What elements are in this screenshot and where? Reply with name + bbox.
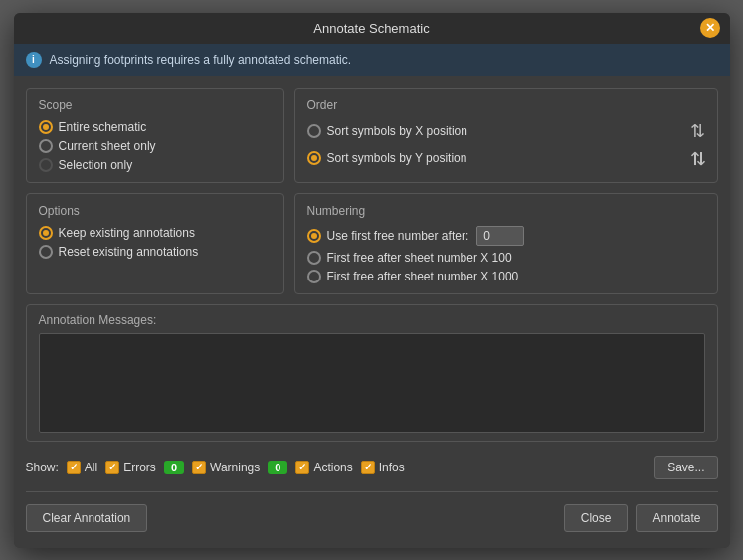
sheet-x1000[interactable]: First free after sheet number X 1000: [307, 270, 705, 283]
options-title: Options: [39, 204, 272, 218]
dialog-title: Annotate Schematic: [313, 21, 429, 36]
dialog-content: Scope Entire schematic Current sheet onl…: [14, 76, 730, 548]
order-y-radio[interactable]: [307, 151, 321, 165]
close-dialog-button[interactable]: Close: [564, 504, 629, 532]
numbering-panel: Numbering Use first free number after: F…: [294, 193, 718, 294]
first-free-radio[interactable]: [307, 229, 321, 243]
errors-checkbox[interactable]: [105, 461, 119, 474]
options-radio-group: Keep existing annotations Reset existing…: [39, 226, 272, 259]
scope-entire[interactable]: Entire schematic: [39, 120, 272, 134]
warnings-checkbox[interactable]: [192, 461, 206, 474]
info-text: Assigning footprints requires a fully an…: [50, 53, 352, 67]
scope-title: Scope: [39, 98, 272, 112]
reset-radio[interactable]: [39, 245, 53, 259]
reset-annotations[interactable]: Reset existing annotations: [39, 245, 272, 259]
order-x-icon: ⇅: [690, 120, 705, 142]
bottom-bar: Clear Annotation Close Annotate: [26, 498, 718, 536]
warnings-count: 0: [268, 461, 287, 474]
order-x-radio[interactable]: [307, 124, 321, 138]
annotate-button[interactable]: Annotate: [636, 504, 717, 532]
sheet-x100[interactable]: First free after sheet number X 100: [307, 251, 705, 265]
x100-radio[interactable]: [307, 251, 321, 265]
show-actions[interactable]: Actions: [295, 461, 352, 474]
messages-title: Annotation Messages:: [39, 313, 705, 327]
scope-selection-radio[interactable]: [39, 158, 53, 172]
scope-entire-radio[interactable]: [39, 120, 53, 134]
show-label: Show:: [26, 461, 59, 474]
top-panels: Scope Entire schematic Current sheet onl…: [26, 88, 718, 183]
messages-area[interactable]: [39, 333, 705, 433]
order-x[interactable]: Sort symbols by X position: [307, 124, 467, 138]
show-warnings[interactable]: Warnings: [192, 461, 260, 474]
right-buttons: Close Annotate: [564, 504, 718, 532]
x1000-radio[interactable]: [307, 270, 321, 283]
divider: [26, 491, 718, 492]
close-button[interactable]: ✕: [700, 18, 720, 38]
scope-selection[interactable]: Selection only: [39, 158, 272, 172]
infos-checkbox[interactable]: [361, 461, 375, 474]
scope-radio-group: Entire schematic Current sheet only Sele…: [39, 120, 272, 172]
bottom-panels: Options Keep existing annotations Reset …: [26, 193, 718, 294]
info-icon: i: [26, 52, 42, 68]
info-bar: i Assigning footprints requires a fully …: [14, 44, 730, 76]
show-all[interactable]: All: [67, 461, 97, 474]
annotate-schematic-dialog: Annotate Schematic ✕ i Assigning footpri…: [14, 13, 730, 548]
order-panel: Order Sort symbols by X position ⇅ Sort …: [294, 88, 718, 183]
scope-panel: Scope Entire schematic Current sheet onl…: [26, 88, 284, 183]
save-button[interactable]: Save...: [654, 456, 717, 479]
order-radio-group: Sort symbols by X position ⇅ Sort symbol…: [307, 120, 705, 169]
title-bar: Annotate Schematic ✕: [14, 13, 730, 44]
show-errors[interactable]: Errors: [105, 461, 156, 474]
scope-current-radio[interactable]: [39, 139, 53, 153]
order-y[interactable]: Sort symbols by Y position: [307, 151, 467, 165]
order-y-icon: ⇄: [686, 150, 708, 165]
order-title: Order: [307, 98, 705, 112]
first-free-row: Use first free number after:: [307, 226, 705, 246]
errors-count: 0: [164, 461, 184, 474]
numbering-title: Numbering: [307, 204, 705, 218]
scope-current-sheet[interactable]: Current sheet only: [39, 139, 272, 153]
first-free[interactable]: Use first free number after:: [307, 229, 469, 243]
options-panel: Options Keep existing annotations Reset …: [26, 193, 284, 294]
numbering-radio-group: Use first free number after: First free …: [307, 226, 705, 283]
clear-annotation-button[interactable]: Clear Annotation: [26, 504, 148, 532]
show-infos[interactable]: Infos: [361, 461, 405, 474]
all-checkbox[interactable]: [67, 461, 81, 474]
order-y-row: Sort symbols by Y position ⇄: [307, 147, 705, 169]
keep-radio[interactable]: [39, 226, 53, 240]
show-bar: Show: All Errors 0 Warnings 0 Actions In: [26, 450, 718, 485]
messages-panel: Annotation Messages:: [26, 304, 718, 442]
keep-annotations[interactable]: Keep existing annotations: [39, 226, 272, 240]
first-free-input[interactable]: [476, 226, 524, 246]
order-x-row: Sort symbols by X position ⇅: [307, 120, 705, 142]
actions-checkbox[interactable]: [295, 461, 309, 474]
